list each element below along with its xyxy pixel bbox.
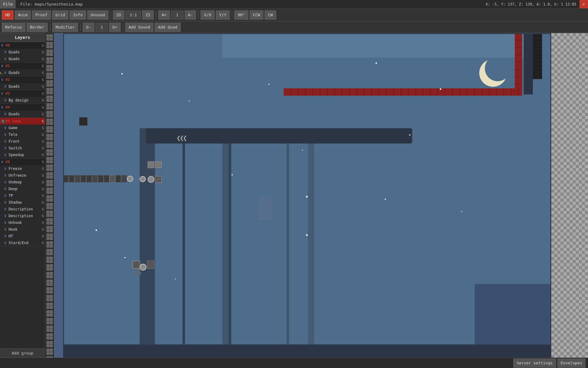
zo-button[interactable]: ZO bbox=[113, 10, 125, 20]
layer-group-row-1[interactable]: V #1 S bbox=[0, 63, 45, 69]
tile-cell-26[interactable] bbox=[46, 233, 53, 240]
layer-unfreeze[interactable]: V Unfreeze S bbox=[0, 172, 45, 179]
tile-cell-37[interactable] bbox=[46, 318, 53, 324]
layer-quads-0a[interactable]: V Quads S bbox=[0, 49, 45, 56]
info-button[interactable]: Info bbox=[70, 10, 86, 20]
tile-cell-21[interactable] bbox=[46, 195, 53, 202]
xx-button[interactable]: X/X bbox=[201, 10, 214, 20]
modifier-button[interactable]: Modifier bbox=[52, 23, 78, 32]
tile-cell-11[interactable] bbox=[46, 118, 53, 125]
layer-unhook[interactable]: V Unhook S bbox=[0, 219, 45, 226]
tile-cell-27[interactable] bbox=[46, 241, 53, 248]
tile-cell-20[interactable] bbox=[46, 187, 53, 194]
tile-cell-8[interactable] bbox=[46, 95, 53, 102]
layer-group-row-5[interactable]: H #5 Game S bbox=[0, 118, 45, 125]
cw-button[interactable]: CW bbox=[265, 10, 276, 20]
aplus-button[interactable]: A+ bbox=[158, 10, 170, 20]
tile-btn-1[interactable] bbox=[148, 161, 154, 168]
layer-group-row-0[interactable]: V #0 S bbox=[0, 42, 45, 49]
file-menu[interactable]: File bbox=[0, 0, 16, 8]
layer-shadow[interactable]: V Shadow S bbox=[0, 199, 45, 206]
tile-cell-10[interactable] bbox=[46, 111, 53, 117]
proof-button[interactable]: Proof bbox=[32, 10, 51, 20]
tile-cell-4[interactable] bbox=[46, 65, 53, 71]
add-group-button[interactable]: Add group bbox=[0, 348, 45, 358]
add-quad-button[interactable]: Add Quad bbox=[155, 23, 181, 32]
tile-cell-24[interactable] bbox=[46, 218, 53, 225]
tile-cell-3[interactable] bbox=[46, 57, 53, 64]
tile-cell-15[interactable] bbox=[46, 149, 53, 156]
layer-deep[interactable]: V Deep S bbox=[0, 186, 45, 192]
layer-quads-2[interactable]: V Quads S bbox=[0, 83, 45, 90]
tile-cell-32[interactable] bbox=[46, 279, 53, 286]
layer-description2[interactable]: V Description S bbox=[0, 213, 45, 219]
anim-button[interactable]: Anim bbox=[15, 10, 31, 20]
canvas-area[interactable]: ❮❮❮ bbox=[54, 33, 588, 358]
layer-front[interactable]: V Front S bbox=[0, 138, 45, 145]
zi-button[interactable]: ZI bbox=[142, 10, 154, 20]
tile-cell-35[interactable] bbox=[46, 302, 53, 309]
aminus-button[interactable]: A- bbox=[185, 10, 196, 20]
layer-description1[interactable]: V Description S bbox=[0, 206, 45, 213]
tile-btn-2[interactable] bbox=[155, 161, 162, 168]
tile-btn-5[interactable] bbox=[155, 176, 162, 183]
tile-cell-38[interactable] bbox=[46, 325, 53, 332]
layer-stardend[interactable]: V Stard/End S bbox=[0, 240, 45, 246]
tile-btn-3[interactable] bbox=[148, 169, 154, 175]
layer-freeze[interactable]: V Freeze S bbox=[0, 165, 45, 172]
unused-button[interactable]: Unused bbox=[87, 10, 108, 20]
envelopes-button[interactable]: Envelopes bbox=[557, 358, 586, 368]
close-button[interactable]: ✕ bbox=[579, 0, 588, 8]
yy-button[interactable]: Y/Y bbox=[216, 10, 230, 20]
tile-cell-23[interactable] bbox=[46, 210, 53, 217]
layer-speedup[interactable]: V Speedup S bbox=[0, 151, 45, 158]
layer-quads-1[interactable]: ↖ V Quads S bbox=[0, 69, 45, 76]
tile-cell-2[interactable] bbox=[46, 49, 53, 56]
tile-cell-6[interactable] bbox=[46, 80, 53, 87]
layer-s-0[interactable]: S bbox=[42, 44, 44, 48]
tile-cell-33[interactable] bbox=[46, 287, 53, 294]
tile-cell-34[interactable] bbox=[46, 295, 53, 301]
layer-switch[interactable]: V Switch S bbox=[0, 145, 45, 151]
tile-cell-1[interactable] bbox=[46, 42, 53, 48]
tile-cell-5[interactable] bbox=[46, 72, 53, 79]
tile-selector[interactable] bbox=[148, 161, 162, 183]
tile-cell-31[interactable] bbox=[46, 272, 53, 278]
layer-bgdesign[interactable]: V Bg design S bbox=[0, 97, 45, 104]
tile-cell-12[interactable] bbox=[46, 126, 53, 133]
tile-cell-22[interactable] bbox=[46, 203, 53, 209]
tile-cell-25[interactable] bbox=[46, 226, 53, 232]
gminus-button[interactable]: G- bbox=[83, 23, 94, 32]
layer-ht[interactable]: V HT S bbox=[0, 233, 45, 240]
layer-group-row-2[interactable]: V #2 S bbox=[0, 76, 45, 83]
tile-cell-19[interactable] bbox=[46, 180, 53, 186]
tile-cell-16[interactable] bbox=[46, 157, 53, 163]
hd-button[interactable]: HD bbox=[2, 10, 13, 20]
tile-cell-9[interactable] bbox=[46, 103, 53, 110]
layer-group-row-6[interactable]: V #6 S bbox=[0, 159, 45, 165]
tile-cell-39[interactable] bbox=[46, 333, 53, 340]
tile-cell-18[interactable] bbox=[46, 172, 53, 179]
layer-hook[interactable]: V Hook S bbox=[0, 226, 45, 233]
tile-cell-17[interactable] bbox=[46, 164, 53, 171]
tile-cell-30[interactable] bbox=[46, 264, 53, 271]
border-button[interactable]: Border bbox=[27, 23, 48, 32]
layer-group-row-4[interactable]: V #4 S bbox=[0, 104, 45, 111]
grid-button[interactable]: Grid bbox=[52, 10, 68, 20]
gplus-button[interactable]: G+ bbox=[109, 23, 121, 32]
tile-cell-7[interactable] bbox=[46, 88, 53, 94]
layer-undeep[interactable]: V Undeep S bbox=[0, 179, 45, 186]
tile-cell-41[interactable] bbox=[46, 348, 53, 355]
tile-cell-0[interactable] bbox=[46, 34, 53, 41]
ccw-button[interactable]: CCW bbox=[250, 10, 263, 20]
tile-cell-28[interactable] bbox=[46, 249, 53, 255]
tile-cell-29[interactable] bbox=[46, 256, 53, 263]
layer-group-row-3[interactable]: V #3 S bbox=[0, 90, 45, 97]
tile-circle-1[interactable] bbox=[148, 176, 154, 183]
refocus-button[interactable]: Refocus bbox=[2, 23, 25, 32]
tile-cell-14[interactable] bbox=[46, 141, 53, 148]
layer-quads-0b[interactable]: V Quads S bbox=[0, 56, 45, 62]
tile-cell-40[interactable] bbox=[46, 341, 53, 347]
layer-tp[interactable]: V TP S bbox=[0, 192, 45, 199]
layer-game[interactable]: V Game S bbox=[0, 125, 45, 131]
